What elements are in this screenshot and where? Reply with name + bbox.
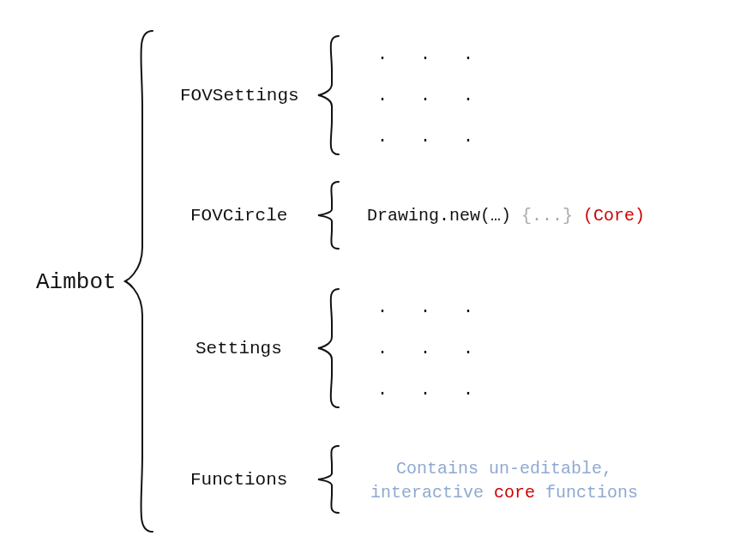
fovcircle-placeholder: {...}	[521, 206, 573, 226]
child-functions-label: Functions	[190, 470, 287, 490]
fovsettings-brace-icon	[313, 31, 346, 160]
settings-brace-icon	[313, 284, 346, 412]
child-settings-label: Settings	[196, 339, 282, 358]
fovcircle-content: Drawing.new(…) {...} (Core)	[367, 206, 645, 226]
functions-description: Contains un-editable, interactive core f…	[358, 457, 650, 505]
fovsettings-dots-3: ...	[377, 127, 473, 147]
fovsettings-dots-2: ...	[377, 86, 473, 105]
functions-line2-core: core	[494, 483, 535, 503]
settings-dots-2: ...	[377, 339, 473, 358]
fovcircle-brace-icon	[313, 177, 346, 254]
settings-dots-1: ...	[377, 298, 473, 317]
functions-brace-icon	[313, 441, 346, 518]
root-brace-icon	[118, 24, 159, 539]
root-label: Aimbot	[36, 269, 117, 295]
settings-dots-3: ...	[377, 380, 473, 400]
fovcircle-tag: (Core)	[583, 206, 645, 226]
child-fovcircle-label: FOVCircle	[190, 206, 287, 226]
child-fovsettings-label: FOVSettings	[180, 86, 299, 105]
functions-line2-pre: interactive	[370, 483, 494, 503]
functions-line2-post: functions	[535, 483, 638, 503]
fovsettings-dots-1: ...	[377, 45, 473, 64]
fovcircle-call: Drawing.new(…)	[367, 206, 511, 226]
functions-line1: Contains un-editable,	[396, 459, 612, 479]
